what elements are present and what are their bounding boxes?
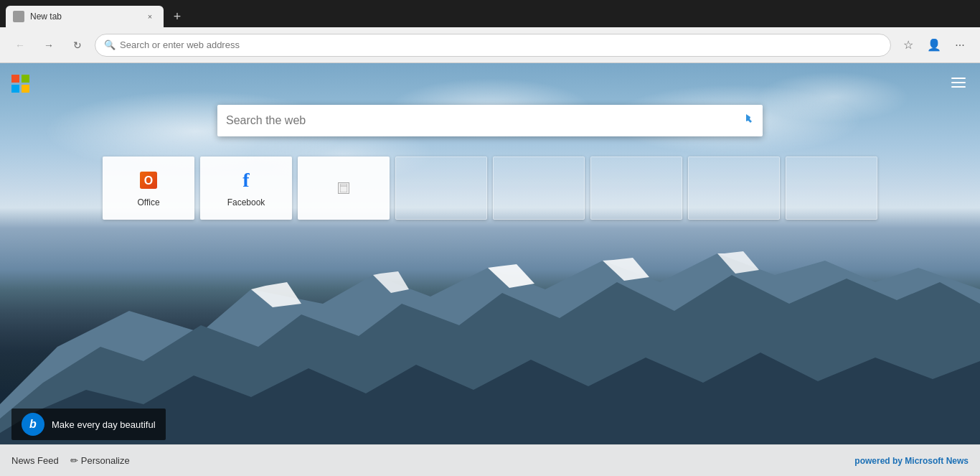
address-input[interactable] (120, 39, 882, 50)
quick-link-empty-1[interactable] (395, 157, 487, 220)
tab-title: New tab (30, 11, 138, 22)
toolbar-right: ☆ 👤 ··· (897, 34, 971, 57)
personalize-label: Personalize (81, 455, 130, 466)
tab-favicon (13, 11, 24, 22)
quick-link-facebook-label: Facebook (227, 197, 265, 207)
tab-bar: New tab × + (0, 0, 980, 27)
back-button[interactable]: ← (9, 34, 32, 57)
office-icon: O (137, 169, 160, 192)
quick-link-empty-2[interactable] (493, 157, 585, 220)
more-button[interactable]: ··· (948, 34, 971, 57)
personalize-link[interactable]: ✏ Personalize (70, 455, 130, 466)
quick-link-blank[interactable] (298, 157, 390, 220)
ms-logo-yellow (22, 85, 29, 93)
quick-links: O Office f Facebook (103, 157, 877, 220)
powered-by-text: powered by (854, 456, 905, 466)
new-tab-page: O Office f Facebook (0, 63, 980, 476)
hamburger-line-2 (951, 82, 966, 83)
search-box[interactable] (217, 105, 763, 136)
bing-tagline: Make every day beautiful (52, 419, 156, 430)
forward-button[interactable]: → (37, 34, 60, 57)
quick-link-facebook[interactable]: f Facebook (200, 157, 292, 220)
bing-logo-letter: b (29, 418, 37, 431)
browser-chrome: New tab × + ← → ↻ 🔍 ☆ 👤 ··· (0, 0, 980, 63)
hamburger-line-1 (951, 78, 966, 79)
favorite-button[interactable]: ☆ (897, 34, 920, 57)
bottom-bar: News Feed ✏ Personalize powered by Micro… (0, 444, 980, 476)
quick-link-office-label: Office (137, 197, 159, 207)
search-input[interactable] (226, 114, 741, 127)
svg-rect-3 (19, 17, 24, 22)
quick-link-empty-5[interactable] (786, 157, 877, 220)
pencil-icon: ✏ (70, 455, 78, 466)
facebook-icon: f (242, 169, 249, 192)
search-box-container (217, 105, 763, 136)
news-feed-link[interactable]: News Feed (11, 455, 59, 466)
quick-link-office[interactable]: O Office (103, 157, 194, 220)
quick-link-empty-3[interactable] (590, 157, 682, 220)
powered-by-brand[interactable]: Microsoft News (905, 456, 969, 466)
bing-logo: b (22, 413, 44, 436)
ms-logo-blue (11, 85, 19, 93)
hamburger-menu-button[interactable] (948, 75, 969, 90)
svg-rect-1 (19, 11, 24, 17)
svg-rect-2 (14, 17, 19, 22)
hamburger-line-3 (951, 86, 966, 88)
svg-text:O: O (144, 174, 153, 187)
ms-logo-red (11, 75, 19, 83)
tab-close-button[interactable]: × (143, 10, 156, 23)
microsoft-logo[interactable] (11, 75, 30, 93)
svg-rect-0 (14, 11, 19, 17)
svg-rect-16 (340, 184, 347, 192)
address-bar[interactable]: 🔍 (95, 34, 891, 57)
quick-link-empty-4[interactable] (688, 157, 780, 220)
active-tab[interactable]: New tab × (6, 6, 164, 27)
toolbar: ← → ↻ 🔍 ☆ 👤 ··· (0, 27, 980, 63)
ms-logo-green (22, 75, 29, 83)
refresh-button[interactable]: ↻ (66, 34, 89, 57)
blank-site-icon (338, 182, 349, 194)
address-search-icon: 🔍 (104, 39, 116, 50)
search-bing-icon (741, 113, 754, 129)
profile-button[interactable]: 👤 (923, 34, 946, 57)
new-tab-button[interactable]: + (166, 6, 188, 27)
powered-by: powered by Microsoft News (854, 456, 969, 466)
bing-branding[interactable]: b Make every day beautiful (11, 409, 166, 440)
